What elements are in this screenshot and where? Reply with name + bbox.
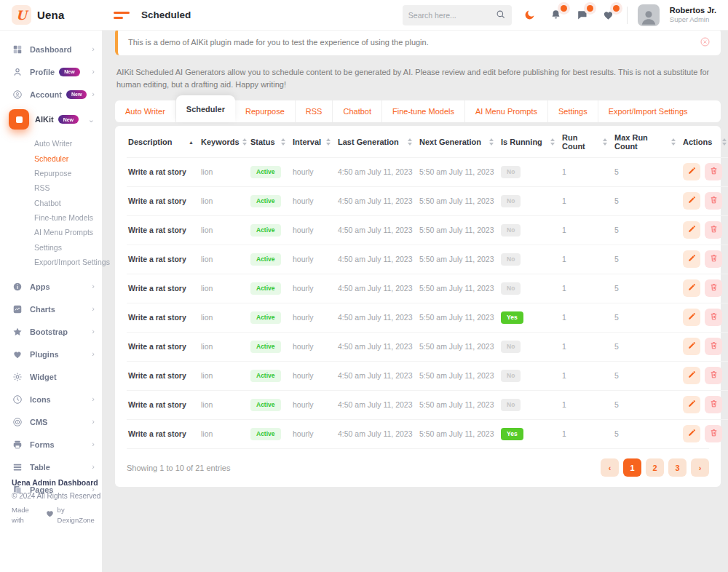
tab-repurpose[interactable]: Repurpose [235, 100, 296, 122]
sidebar-item-bootstrap[interactable]: Bootstrap› [0, 320, 102, 343]
tab-auto-writer[interactable]: Auto Writer [115, 100, 176, 122]
pagination-next-button[interactable]: › [691, 458, 709, 477]
column-header-description[interactable]: Description▲ [127, 127, 199, 157]
cell-run-count: 1 [561, 245, 613, 274]
sidebar-subitem-fine-tune-models[interactable]: Fine-tune Models [34, 210, 102, 225]
delete-button[interactable] [705, 192, 722, 210]
sidebar-subitem-settings[interactable]: Settings [34, 240, 102, 255]
sidebar-item-account[interactable]: AccountNew› [0, 83, 102, 106]
edit-button[interactable] [683, 163, 700, 180]
cell-last-generation: 4:50 am July 11, 2023 [336, 303, 418, 332]
column-header-max-run-count[interactable]: Max Run Count [613, 127, 681, 157]
is-running-badge: Yes [501, 428, 523, 440]
column-header-is-running[interactable]: Is Running [499, 127, 561, 157]
delete-button[interactable] [705, 425, 722, 442]
cell-keywords: lion [199, 303, 249, 332]
sidebar-item-plugins[interactable]: Plugins› [0, 343, 102, 365]
sidebar-item-dashboard[interactable]: Dashboard› [0, 38, 102, 60]
column-header-keywords[interactable]: Keywords [199, 127, 249, 157]
pencil-icon [687, 399, 697, 410]
table-card: Description▲KeywordsStatusIntervalLast G… [115, 126, 721, 487]
alert-close-icon[interactable] [700, 36, 711, 47]
column-header-next-generation[interactable]: Next Generation [418, 127, 499, 157]
edit-button[interactable] [683, 396, 700, 413]
messages-icon[interactable] [574, 7, 590, 23]
sidebar-item-profile[interactable]: ProfileNew› [0, 60, 102, 83]
column-header-interval[interactable]: Interval [291, 127, 336, 157]
delete-button[interactable] [705, 338, 722, 355]
pagination-page-2[interactable]: 2 [646, 458, 664, 477]
favorites-heart-icon[interactable] [601, 7, 617, 23]
tab-fine-tune-models[interactable]: Fine-tune Models [382, 100, 465, 122]
clock-icon [12, 394, 23, 405]
pagination-page-3[interactable]: 3 [668, 458, 687, 477]
delete-button[interactable] [705, 309, 722, 326]
notifications-bell-icon[interactable] [548, 7, 564, 23]
sidebar-subitem-rss[interactable]: RSS [34, 180, 102, 195]
delete-button[interactable] [705, 163, 722, 180]
column-header-actions[interactable]: Actions [681, 127, 728, 157]
user-avatar[interactable] [638, 4, 660, 26]
edit-button[interactable] [683, 250, 700, 268]
edit-button[interactable] [683, 367, 700, 384]
delete-button[interactable] [705, 221, 722, 239]
scheduler-table: Description▲KeywordsStatusIntervalLast G… [127, 127, 728, 448]
sidebar: Dashboard›ProfileNew›AccountNew›AIKitNew… [0, 31, 102, 572]
edit-button[interactable] [683, 425, 700, 442]
hamburger-menu-icon[interactable] [114, 9, 131, 22]
sidebar-item-forms[interactable]: Forms› [0, 433, 102, 456]
user-meta[interactable]: Robertos Jr. Super Admin [670, 6, 716, 25]
pagination-prev-button[interactable]: ‹ [601, 458, 619, 477]
header-actions: Robertos Jr. Super Admin [403, 4, 728, 26]
edit-button[interactable] [683, 192, 700, 210]
column-header-last-generation[interactable]: Last Generation [336, 127, 418, 157]
sidebar-item-icons[interactable]: Icons› [0, 388, 102, 410]
tab-ai-menu-prompts[interactable]: AI Menu Prompts [465, 100, 548, 122]
edit-button[interactable] [683, 309, 700, 326]
sort-icon [722, 138, 727, 146]
search-input[interactable] [408, 11, 495, 20]
sidebar-subitem-scheduler[interactable]: Scheduler [34, 151, 102, 165]
sidebar-item-widget[interactable]: Widget [0, 365, 102, 388]
delete-button[interactable] [705, 250, 722, 268]
sidebar-item-label: Table [30, 463, 50, 472]
dark-mode-moon-icon[interactable] [522, 7, 538, 23]
tab-scheduler[interactable]: Scheduler [176, 95, 235, 122]
cell-run-count: 1 [561, 303, 613, 332]
sidebar-subitem-ai-menu-prompts[interactable]: AI Menu Prompts [34, 225, 102, 239]
trash-icon [709, 341, 719, 352]
footer-title: Uena Admin Dashboard [12, 477, 102, 489]
delete-button[interactable] [705, 396, 722, 413]
column-header-status[interactable]: Status [249, 127, 291, 157]
pagination-page-1[interactable]: 1 [623, 458, 641, 477]
cell-keywords: lion [199, 157, 249, 186]
sidebar-item-charts[interactable]: Charts› [0, 298, 102, 320]
sidebar-subitem-chatbot[interactable]: Chatbot [34, 196, 102, 210]
search-icon[interactable] [495, 9, 506, 21]
tab-settings[interactable]: Settings [548, 100, 598, 122]
edit-button[interactable] [683, 279, 700, 297]
tab-chatbot[interactable]: Chatbot [333, 100, 382, 122]
sidebar-subitem-repurpose[interactable]: Repurpose [34, 166, 102, 180]
cell-interval: hourly [291, 303, 336, 332]
trash-icon [709, 282, 719, 294]
sidebar-subitem-auto-writer[interactable]: Auto Writer [34, 136, 102, 151]
edit-button[interactable] [683, 338, 700, 355]
edit-button[interactable] [683, 221, 700, 239]
sidebar-item-aikit[interactable]: AIKitNew⌄ [0, 106, 102, 133]
sidebar-item-apps[interactable]: Apps› [0, 275, 102, 298]
aikit-icon [9, 109, 29, 130]
sidebar-item-table[interactable]: Table› [0, 456, 102, 478]
tab-rss[interactable]: RSS [296, 100, 333, 122]
sidebar-item-cms[interactable]: CMS› [0, 410, 102, 433]
sidebar-subitem-export-import-settings[interactable]: Export/Import Settings [34, 255, 102, 269]
delete-button[interactable] [705, 279, 722, 297]
sort-icon [326, 138, 331, 146]
delete-button[interactable] [705, 367, 722, 384]
is-running-badge: No [501, 166, 521, 178]
tab-export-import-settings[interactable]: Export/Import Settings [598, 100, 698, 122]
column-header-run-count[interactable]: Run Count [561, 127, 613, 157]
brand-logo-icon[interactable]: U [12, 5, 31, 25]
cell-last-generation: 4:50 am July 11, 2023 [336, 245, 418, 274]
user-name: Robertos Jr. [670, 6, 716, 16]
